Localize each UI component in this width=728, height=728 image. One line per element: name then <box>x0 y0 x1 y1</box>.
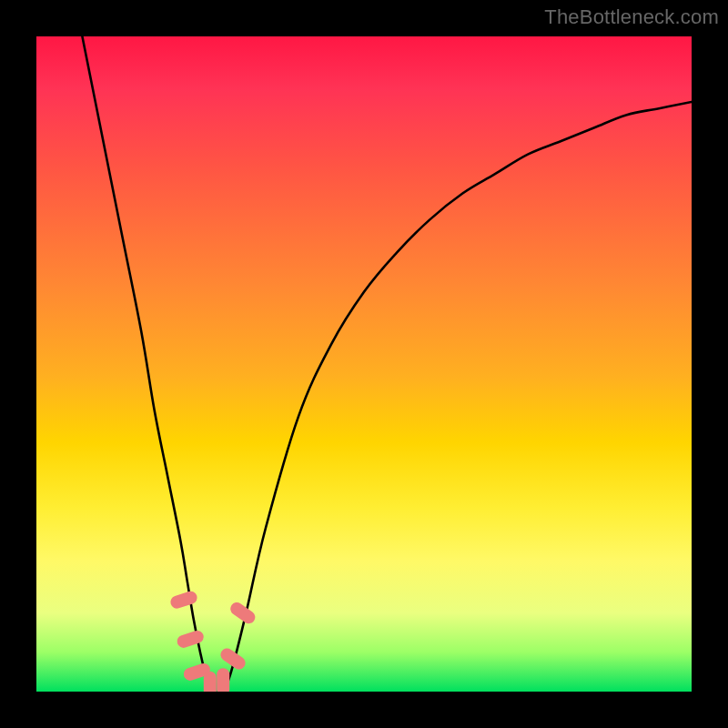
curve-marker <box>169 590 199 611</box>
curve-marker <box>217 668 229 692</box>
curve-marker <box>176 629 206 650</box>
bottleneck-curve <box>82 36 692 692</box>
bottleneck-chart-svg <box>36 36 692 692</box>
curve-marker <box>204 672 217 692</box>
chart-plot-area <box>36 36 692 692</box>
curve-markers <box>169 590 258 692</box>
watermark-text: TheBottleneck.com <box>544 5 719 29</box>
